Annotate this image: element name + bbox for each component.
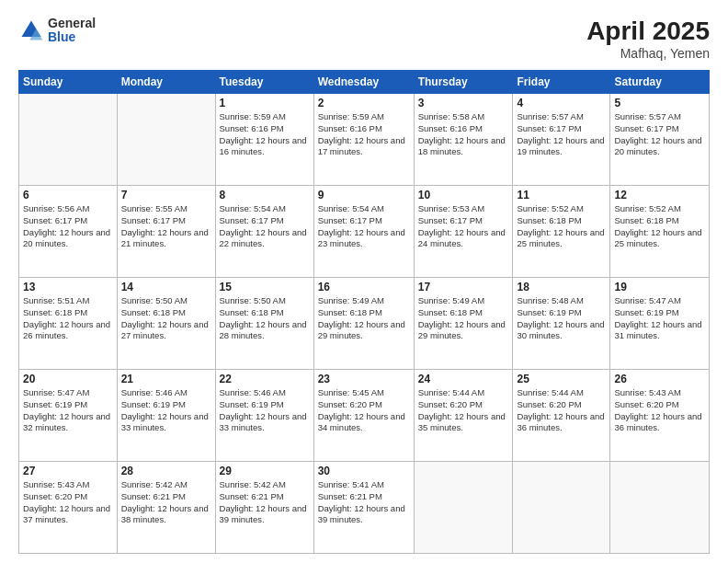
day-number: 2 xyxy=(318,97,410,109)
calendar-title: April 2025 xyxy=(586,17,710,46)
day-number: 24 xyxy=(418,373,509,385)
calendar-cell: 16Sunrise: 5:49 AM Sunset: 6:18 PM Dayli… xyxy=(313,278,414,370)
day-header-thursday: Thursday xyxy=(414,71,513,94)
calendar-cell: 4Sunrise: 5:57 AM Sunset: 6:17 PM Daylig… xyxy=(513,94,610,186)
day-number: 1 xyxy=(220,97,310,109)
calendar-cell: 9Sunrise: 5:54 AM Sunset: 6:17 PM Daylig… xyxy=(313,186,414,278)
day-info: Sunrise: 5:58 AM Sunset: 6:16 PM Dayligh… xyxy=(418,111,509,158)
day-number: 12 xyxy=(614,189,705,201)
page: General Blue April 2025 Mafhaq, Yemen Su… xyxy=(0,0,728,563)
calendar-cell: 26Sunrise: 5:43 AM Sunset: 6:20 PM Dayli… xyxy=(610,370,710,462)
day-header-saturday: Saturday xyxy=(610,71,710,94)
day-number: 23 xyxy=(318,373,410,385)
day-number: 25 xyxy=(517,373,606,385)
calendar-cell: 11Sunrise: 5:52 AM Sunset: 6:18 PM Dayli… xyxy=(513,186,610,278)
day-number: 27 xyxy=(23,465,113,477)
logo-blue-text: Blue xyxy=(48,30,96,44)
calendar-cell: 5Sunrise: 5:57 AM Sunset: 6:17 PM Daylig… xyxy=(610,94,710,186)
calendar-cell: 12Sunrise: 5:52 AM Sunset: 6:18 PM Dayli… xyxy=(610,186,710,278)
calendar-subtitle: Mafhaq, Yemen xyxy=(586,46,710,61)
day-header-sunday: Sunday xyxy=(19,71,118,94)
day-number: 3 xyxy=(418,97,509,109)
day-number: 6 xyxy=(23,189,113,201)
day-info: Sunrise: 5:44 AM Sunset: 6:20 PM Dayligh… xyxy=(418,387,509,434)
day-info: Sunrise: 5:54 AM Sunset: 6:17 PM Dayligh… xyxy=(220,203,310,250)
calendar-cell: 21Sunrise: 5:46 AM Sunset: 6:19 PM Dayli… xyxy=(117,370,215,462)
calendar-cell xyxy=(117,94,215,186)
logo-text: General Blue xyxy=(48,17,96,45)
calendar-cell: 29Sunrise: 5:42 AM Sunset: 6:21 PM Dayli… xyxy=(215,462,313,554)
day-info: Sunrise: 5:46 AM Sunset: 6:19 PM Dayligh… xyxy=(121,387,211,434)
calendar-cell: 25Sunrise: 5:44 AM Sunset: 6:20 PM Dayli… xyxy=(513,370,610,462)
calendar-week-1: 1Sunrise: 5:59 AM Sunset: 6:16 PM Daylig… xyxy=(19,94,710,186)
day-info: Sunrise: 5:55 AM Sunset: 6:17 PM Dayligh… xyxy=(121,203,211,250)
calendar-cell: 1Sunrise: 5:59 AM Sunset: 6:16 PM Daylig… xyxy=(215,94,313,186)
day-info: Sunrise: 5:57 AM Sunset: 6:17 PM Dayligh… xyxy=(614,111,705,158)
calendar-cell: 28Sunrise: 5:42 AM Sunset: 6:21 PM Dayli… xyxy=(117,462,215,554)
day-info: Sunrise: 5:43 AM Sunset: 6:20 PM Dayligh… xyxy=(23,479,113,526)
day-number: 8 xyxy=(220,189,310,201)
day-number: 22 xyxy=(220,373,310,385)
day-info: Sunrise: 5:50 AM Sunset: 6:18 PM Dayligh… xyxy=(220,295,310,342)
day-number: 21 xyxy=(121,373,211,385)
day-info: Sunrise: 5:56 AM Sunset: 6:17 PM Dayligh… xyxy=(23,203,113,250)
day-info: Sunrise: 5:45 AM Sunset: 6:20 PM Dayligh… xyxy=(318,387,410,434)
day-info: Sunrise: 5:54 AM Sunset: 6:17 PM Dayligh… xyxy=(318,203,410,250)
day-number: 13 xyxy=(23,281,113,293)
day-header-friday: Friday xyxy=(513,71,610,94)
day-number: 16 xyxy=(318,281,410,293)
calendar-cell: 13Sunrise: 5:51 AM Sunset: 6:18 PM Dayli… xyxy=(19,278,118,370)
day-info: Sunrise: 5:49 AM Sunset: 6:18 PM Dayligh… xyxy=(318,295,410,342)
day-info: Sunrise: 5:59 AM Sunset: 6:16 PM Dayligh… xyxy=(220,111,310,158)
day-info: Sunrise: 5:44 AM Sunset: 6:20 PM Dayligh… xyxy=(517,387,606,434)
calendar-week-3: 13Sunrise: 5:51 AM Sunset: 6:18 PM Dayli… xyxy=(19,278,710,370)
day-number: 9 xyxy=(318,189,410,201)
calendar-table: SundayMondayTuesdayWednesdayThursdayFrid… xyxy=(18,70,710,554)
calendar-cell: 27Sunrise: 5:43 AM Sunset: 6:20 PM Dayli… xyxy=(19,462,118,554)
calendar-cell: 15Sunrise: 5:50 AM Sunset: 6:18 PM Dayli… xyxy=(215,278,313,370)
day-number: 28 xyxy=(121,465,211,477)
day-info: Sunrise: 5:57 AM Sunset: 6:17 PM Dayligh… xyxy=(517,111,606,158)
calendar-cell xyxy=(19,94,118,186)
calendar-header-row: SundayMondayTuesdayWednesdayThursdayFrid… xyxy=(19,71,710,94)
title-block: April 2025 Mafhaq, Yemen xyxy=(586,17,710,61)
day-number: 29 xyxy=(220,465,310,477)
calendar-cell: 10Sunrise: 5:53 AM Sunset: 6:17 PM Dayli… xyxy=(414,186,513,278)
day-info: Sunrise: 5:49 AM Sunset: 6:18 PM Dayligh… xyxy=(418,295,509,342)
day-number: 19 xyxy=(614,281,705,293)
calendar-cell: 17Sunrise: 5:49 AM Sunset: 6:18 PM Dayli… xyxy=(414,278,513,370)
calendar-cell: 14Sunrise: 5:50 AM Sunset: 6:18 PM Dayli… xyxy=(117,278,215,370)
calendar-cell: 3Sunrise: 5:58 AM Sunset: 6:16 PM Daylig… xyxy=(414,94,513,186)
calendar-cell: 18Sunrise: 5:48 AM Sunset: 6:19 PM Dayli… xyxy=(513,278,610,370)
logo-icon xyxy=(18,17,44,43)
day-info: Sunrise: 5:46 AM Sunset: 6:19 PM Dayligh… xyxy=(220,387,310,434)
day-number: 30 xyxy=(318,465,410,477)
day-info: Sunrise: 5:47 AM Sunset: 6:19 PM Dayligh… xyxy=(614,295,705,342)
day-info: Sunrise: 5:50 AM Sunset: 6:18 PM Dayligh… xyxy=(121,295,211,342)
calendar-cell: 8Sunrise: 5:54 AM Sunset: 6:17 PM Daylig… xyxy=(215,186,313,278)
calendar-cell: 24Sunrise: 5:44 AM Sunset: 6:20 PM Dayli… xyxy=(414,370,513,462)
day-number: 14 xyxy=(121,281,211,293)
day-number: 11 xyxy=(517,189,606,201)
day-info: Sunrise: 5:47 AM Sunset: 6:19 PM Dayligh… xyxy=(23,387,113,434)
calendar-cell: 2Sunrise: 5:59 AM Sunset: 6:16 PM Daylig… xyxy=(313,94,414,186)
day-info: Sunrise: 5:51 AM Sunset: 6:18 PM Dayligh… xyxy=(23,295,113,342)
header: General Blue April 2025 Mafhaq, Yemen xyxy=(18,17,710,61)
day-number: 26 xyxy=(614,373,705,385)
day-number: 17 xyxy=(418,281,509,293)
calendar-cell xyxy=(414,462,513,554)
day-number: 4 xyxy=(517,97,606,109)
day-info: Sunrise: 5:43 AM Sunset: 6:20 PM Dayligh… xyxy=(614,387,705,434)
day-number: 20 xyxy=(23,373,113,385)
day-info: Sunrise: 5:59 AM Sunset: 6:16 PM Dayligh… xyxy=(318,111,410,158)
day-info: Sunrise: 5:52 AM Sunset: 6:18 PM Dayligh… xyxy=(517,203,606,250)
day-number: 7 xyxy=(121,189,211,201)
day-info: Sunrise: 5:42 AM Sunset: 6:21 PM Dayligh… xyxy=(121,479,211,526)
day-header-monday: Monday xyxy=(117,71,215,94)
day-number: 5 xyxy=(614,97,705,109)
day-header-tuesday: Tuesday xyxy=(215,71,313,94)
logo-general-text: General xyxy=(48,17,96,30)
calendar-cell: 30Sunrise: 5:41 AM Sunset: 6:21 PM Dayli… xyxy=(313,462,414,554)
calendar-week-2: 6Sunrise: 5:56 AM Sunset: 6:17 PM Daylig… xyxy=(19,186,710,278)
calendar-cell: 6Sunrise: 5:56 AM Sunset: 6:17 PM Daylig… xyxy=(19,186,118,278)
